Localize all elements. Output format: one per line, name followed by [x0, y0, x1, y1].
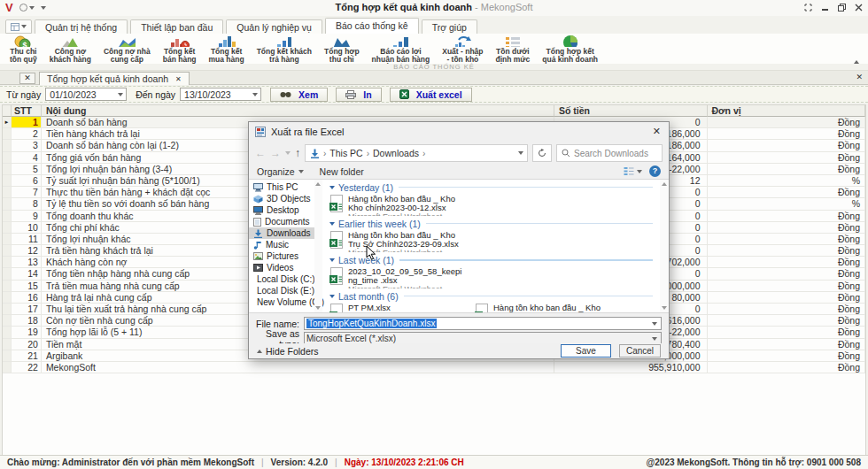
- menu-tab-tro-giup[interactable]: Trợ giúp: [422, 19, 477, 34]
- sidebar-new-volume-g[interactable]: New Volume (G:): [249, 296, 314, 308]
- cycle-arrows-icon: [452, 35, 473, 47]
- file-item[interactable]: 2023_10_02_09_59_58_keeping_time .xlsxMi…: [329, 265, 469, 290]
- ribbon-ton-duoi-dinh-muc[interactable]: Tồn dướiđịnh mức: [490, 34, 537, 64]
- to-date-input[interactable]: 13/10/2023: [180, 88, 261, 101]
- file-list-scrollbar[interactable]: [660, 180, 669, 312]
- ribbon-tong-ket-ban-hang[interactable]: Tổng kếtbán hàng: [157, 34, 203, 64]
- ribbon-tong-hop-ket-qua-kinh-doanh[interactable]: Tổng hợp kếtquả kinh doanh: [536, 34, 604, 64]
- sidebar-local-disk-e[interactable]: Local Disk (E:): [249, 285, 314, 296]
- collapse-ribbon-icon[interactable]: [854, 60, 859, 64]
- file-item[interactable]: Hàng tồn kho ban đầu _ Kho Trụ Sở Chính2…: [329, 229, 469, 254]
- row-marker: [3, 350, 12, 362]
- cell-stt: 11: [12, 234, 42, 245]
- view-button[interactable]: Xem: [270, 88, 328, 102]
- from-date-input[interactable]: 01/10/2023: [45, 88, 127, 101]
- breadcrumb[interactable]: › This PC › Downloads ›: [305, 144, 528, 162]
- close-icon[interactable]: ✕: [175, 75, 182, 83]
- menu-tab-thiet-lap-ban-dau[interactable]: Thiết lập ban đầu: [130, 19, 223, 34]
- export-excel-button[interactable]: Xuất excel: [390, 88, 472, 102]
- file-item[interactable]: Hàng tồn kho ban đầu _ Kho Kho chính2023…: [329, 193, 469, 218]
- chevron-down-icon: [298, 170, 304, 173]
- scroll-down-icon[interactable]: [662, 306, 667, 310]
- ribbon-cong-no-nha-cung-cap[interactable]: Công nợ nhàcung cấp: [97, 34, 157, 64]
- sidebar-downloads[interactable]: Downloads: [249, 227, 314, 239]
- hide-folders-button[interactable]: Hide Folders: [257, 346, 319, 357]
- ribbon-tong-hop-thu-chi[interactable]: Tổng hợpthu chi: [318, 34, 366, 64]
- close-tab-button[interactable]: ✕: [19, 73, 35, 84]
- cancel-button[interactable]: Cancel: [619, 344, 661, 358]
- sidebar-this-pc[interactable]: This PC: [249, 181, 314, 193]
- app-menu-button[interactable]: [5, 19, 32, 34]
- ribbon-thu-chi-ton-quy[interactable]: $ Thu chitồn quỹ: [4, 34, 43, 64]
- chevron-down-icon[interactable]: [652, 337, 657, 341]
- chevron-down-icon[interactable]: [652, 322, 657, 326]
- minimize-button[interactable]: [821, 3, 829, 13]
- breadcrumb-downloads[interactable]: Downloads: [373, 148, 419, 158]
- ribbon: $ Thu chitồn quỹ Công nợkhách hàng Công …: [0, 34, 868, 64]
- menu-tab-bao-cao-thong-ke[interactable]: Báo cáo thống kê: [325, 18, 419, 34]
- group-header-last-week[interactable]: Last week (1): [329, 254, 658, 265]
- scroll-up-icon[interactable]: [315, 182, 321, 186]
- column-header-noi-dung[interactable]: Nội dung: [42, 105, 554, 117]
- column-header-stt[interactable]: STT: [12, 105, 42, 117]
- organize-button[interactable]: Organize: [257, 166, 304, 177]
- ribbon-cong-no-khach-hang[interactable]: Công nợkhách hàng: [43, 34, 97, 64]
- file-name-input[interactable]: TongHopKetQuaKinhDoanh.xlsx: [304, 317, 662, 330]
- sidebar-local-disk-c[interactable]: Local Disk (C:): [249, 273, 314, 285]
- sidebar-pictures[interactable]: Pictures: [249, 250, 314, 262]
- print-button[interactable]: In: [336, 88, 381, 102]
- column-header-so-tien[interactable]: Số tiền: [554, 105, 707, 117]
- scroll-up-icon[interactable]: [662, 182, 667, 186]
- chevron-down-icon[interactable]: [518, 151, 523, 155]
- ribbon-bao-cao-loi-nhuan-ban-hang[interactable]: Báo cáo lợinhuận bán hàng: [366, 34, 437, 64]
- excel-file-icon: [329, 267, 344, 285]
- ribbon-tong-ket-mua-hang[interactable]: Tổng kếtmua hàng: [203, 34, 251, 64]
- help-button[interactable]: ?: [649, 165, 661, 177]
- fullscreen-button[interactable]: [804, 3, 812, 13]
- sidebar-desktop[interactable]: Desktop: [249, 204, 314, 216]
- separator: |: [335, 457, 337, 467]
- file-item[interactable]: Hàng tồn kho ban đầu _ Kho Kho chính2023…: [475, 302, 615, 313]
- dialog-close-icon[interactable]: ✕: [653, 126, 661, 137]
- up-icon[interactable]: ↑: [295, 147, 300, 159]
- sidebar-network[interactable]: Network: [249, 312, 314, 313]
- group-rule: [399, 259, 653, 261]
- table-row[interactable]: 22MekongSoft955,910,000Đồng: [3, 362, 865, 373]
- cell-stt: 6: [12, 175, 42, 187]
- sidebar-documents[interactable]: Documents: [249, 216, 314, 227]
- sidebar-music[interactable]: Music: [249, 239, 314, 250]
- ribbon-tong-ket-khach-tra-hang[interactable]: Tổng kết kháchtrả hàng: [251, 34, 318, 64]
- sidebar-scrollbar[interactable]: [314, 180, 322, 312]
- refresh-button[interactable]: [532, 144, 552, 162]
- search-box[interactable]: [556, 144, 663, 162]
- document-icon: [253, 218, 261, 227]
- menu-tab-quan-tri-he-thong[interactable]: Quản trị hệ thống: [35, 19, 128, 34]
- group-header-last-month[interactable]: Last month (6): [329, 290, 658, 302]
- file-item[interactable]: PT PM.xlsxMicrosoft Excel Worksheet: [329, 302, 469, 313]
- sidebar-3d-objects[interactable]: 3D Objects: [249, 193, 314, 204]
- new-folder-button[interactable]: New folder: [320, 166, 364, 177]
- column-header-don-vi[interactable]: Đơn vị: [708, 105, 865, 117]
- search-input[interactable]: [574, 149, 654, 158]
- history-dropdown-icon[interactable]: [285, 151, 291, 155]
- close-icon[interactable]: ✕: [856, 73, 863, 81]
- view-options-button[interactable]: [624, 166, 642, 176]
- forward-icon[interactable]: →: [270, 147, 281, 159]
- back-icon[interactable]: ←: [255, 147, 266, 159]
- hide-folders-label: Hide Folders: [266, 346, 319, 357]
- to-date-value: 13/10/2023: [184, 89, 231, 100]
- row-marker: [3, 304, 12, 315]
- save-button[interactable]: Save: [561, 344, 611, 358]
- excel-file-icon: [329, 231, 344, 249]
- group-header-yesterday[interactable]: Yesterday (1): [329, 181, 658, 193]
- active-document-tab[interactable]: Tổng hợp kết quả kinh doanh ✕: [39, 72, 190, 85]
- row-marker: [3, 257, 12, 268]
- close-button[interactable]: [855, 3, 863, 13]
- group-header-earlier-this-week[interactable]: Earlier this week (1): [329, 218, 658, 229]
- scroll-down-icon[interactable]: [315, 306, 321, 310]
- sidebar-videos[interactable]: Videos: [249, 262, 314, 273]
- breadcrumb-this-pc[interactable]: This PC: [329, 148, 362, 158]
- restore-button[interactable]: [838, 3, 846, 13]
- ribbon-xuat-nhap-ton-kho[interactable]: Xuất - nhập- tồn kho: [436, 34, 489, 64]
- menu-tab-quan-ly-nghiep-vu[interactable]: Quản lý nghiệp vụ: [226, 19, 322, 34]
